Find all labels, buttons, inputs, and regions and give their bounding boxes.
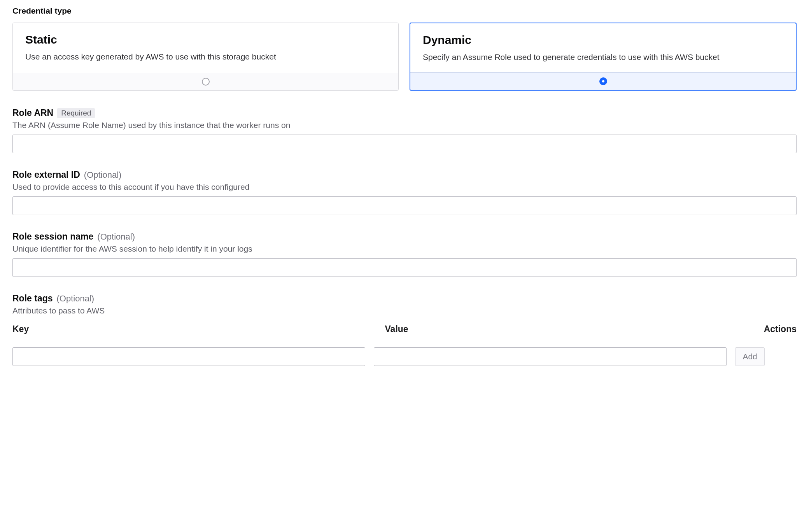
role-session-name-help: Unique identifier for the AWS session to… (12, 244, 797, 254)
credential-type-card-dynamic[interactable]: Dynamic Specify an Assume Role used to g… (410, 23, 797, 91)
tags-header-actions: Actions (734, 324, 797, 334)
field-role-arn: Role ARN Required The ARN (Assume Role N… (12, 108, 797, 153)
credential-type-cards: Static Use an access key generated by AW… (12, 23, 797, 91)
field-label-row: Role ARN Required (12, 108, 797, 118)
role-session-name-label: Role session name (12, 231, 93, 242)
card-body: Static Use an access key generated by AW… (13, 23, 398, 73)
role-tags-label: Role tags (12, 293, 53, 304)
card-title-dynamic: Dynamic (423, 33, 783, 47)
tags-header-value: Value (381, 324, 734, 334)
tags-header-key: Key (12, 324, 381, 334)
required-badge: Required (57, 108, 95, 118)
optional-badge: (Optional) (97, 232, 135, 242)
field-label-row: Role tags (Optional) (12, 293, 797, 304)
card-desc-static: Use an access key generated by AWS to us… (25, 51, 386, 63)
card-footer (13, 73, 398, 90)
role-external-id-help: Used to provide access to this account i… (12, 182, 797, 192)
field-role-session-name: Role session name (Optional) Unique iden… (12, 231, 797, 277)
card-desc-dynamic: Specify an Assume Role used to generate … (423, 51, 783, 63)
role-tags-help: Attributes to pass to AWS (12, 306, 797, 315)
radio-indicator (202, 78, 210, 86)
field-role-tags: Role tags (Optional) Attributes to pass … (12, 293, 797, 366)
role-tag-value-input[interactable] (374, 347, 727, 366)
field-label-row: Role external ID (Optional) (12, 170, 797, 180)
card-footer (410, 72, 796, 90)
role-external-id-label: Role external ID (12, 170, 80, 180)
optional-badge: (Optional) (84, 170, 122, 180)
role-arn-input[interactable] (12, 135, 797, 153)
radio-indicator (599, 77, 607, 85)
field-role-external-id: Role external ID (Optional) Used to prov… (12, 170, 797, 215)
role-tag-key-input[interactable] (12, 347, 365, 366)
credential-type-label: Credential type (12, 6, 797, 16)
optional-badge: (Optional) (57, 294, 95, 304)
card-title-static: Static (25, 33, 386, 46)
credential-type-card-static[interactable]: Static Use an access key generated by AW… (12, 23, 399, 91)
field-label-row: Role session name (Optional) (12, 231, 797, 242)
role-arn-help: The ARN (Assume Role Name) used by this … (12, 121, 797, 130)
role-external-id-input[interactable] (12, 196, 797, 215)
role-tags-row: Add (12, 347, 797, 366)
role-session-name-input[interactable] (12, 258, 797, 277)
role-arn-label: Role ARN (12, 108, 53, 118)
role-tags-headers: Key Value Actions (12, 324, 797, 340)
add-tag-button[interactable]: Add (735, 347, 764, 366)
card-body: Dynamic Specify an Assume Role used to g… (410, 23, 796, 72)
